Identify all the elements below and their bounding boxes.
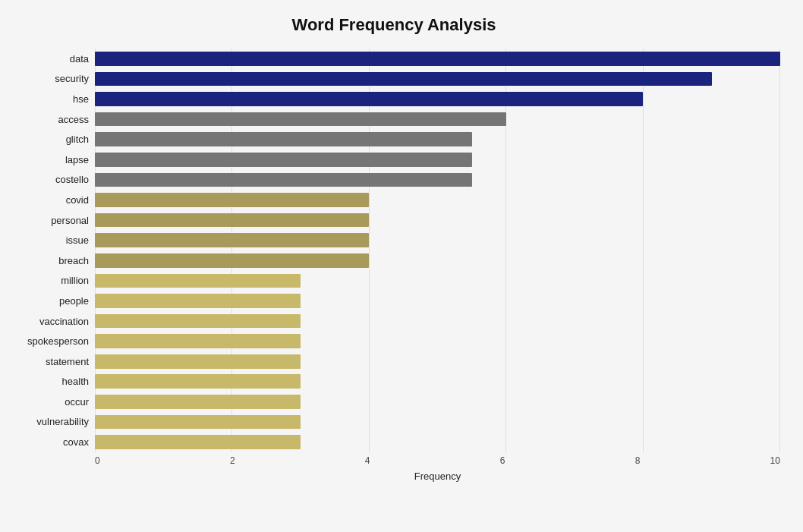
bar-row: vaccination — [8, 311, 780, 332]
bar-fill — [95, 112, 506, 127]
x-tick: 4 — [365, 455, 370, 466]
bar-row: statement — [8, 351, 780, 372]
bar-label: vaccination — [8, 316, 95, 327]
bar-fill — [95, 253, 369, 268]
bar-track — [95, 314, 780, 329]
x-tick: 8 — [635, 455, 641, 466]
chart-container: Word Frequency Analysis datasecurityhsea… — [0, 0, 803, 532]
bar-row: spokesperson — [8, 331, 780, 351]
bar-track — [95, 334, 780, 348]
bar-track — [95, 294, 780, 308]
bar-label: lapse — [8, 154, 95, 165]
bar-label: hse — [8, 93, 95, 105]
bar-row: data — [8, 49, 780, 69]
bar-row: vulnerability — [8, 412, 780, 433]
bar-label: costello — [8, 174, 95, 185]
bar-fill — [95, 435, 301, 449]
bar-fill — [95, 233, 369, 247]
bar-row: lapse — [8, 150, 780, 170]
bar-row: glitch — [8, 129, 780, 150]
bar-fill — [95, 92, 643, 106]
bar-row: covax — [8, 432, 780, 452]
x-tick: 2 — [230, 455, 235, 466]
bar-fill — [95, 72, 712, 87]
chart-title: Word Frequency Analysis — [8, 15, 780, 35]
bar-row: health — [8, 372, 780, 392]
bar-label: glitch — [8, 134, 95, 145]
bar-fill — [95, 415, 301, 430]
bar-fill — [95, 173, 472, 187]
bar-fill — [95, 395, 301, 409]
bar-fill — [95, 153, 472, 167]
bar-row: million — [8, 271, 780, 291]
bar-label: covid — [8, 194, 95, 206]
bar-row: occur — [8, 392, 780, 412]
bar-label: people — [8, 295, 95, 307]
bar-row: hse — [8, 89, 780, 109]
bar-track — [95, 52, 780, 66]
bar-row: costello — [8, 170, 780, 190]
bar-label: access — [8, 114, 95, 125]
bar-fill — [95, 132, 472, 146]
bar-track — [95, 72, 780, 87]
bar-label: issue — [8, 235, 95, 246]
bar-fill — [95, 213, 369, 228]
bar-track — [95, 274, 780, 288]
bar-track — [95, 435, 780, 449]
bar-track — [95, 415, 780, 430]
bar-row: security — [8, 69, 780, 90]
x-axis-label: Frequency — [8, 471, 780, 482]
bar-fill — [95, 314, 301, 329]
bar-label: health — [8, 376, 95, 387]
bar-track — [95, 132, 780, 146]
bar-label: million — [8, 275, 95, 286]
bar-track — [95, 153, 780, 167]
bar-track — [95, 193, 780, 207]
bar-fill — [95, 193, 369, 207]
x-tick: 6 — [500, 455, 505, 466]
bar-fill — [95, 274, 301, 288]
bar-track — [95, 233, 780, 247]
bar-track — [95, 354, 780, 369]
bar-label: occur — [8, 396, 95, 408]
bar-row: covid — [8, 190, 780, 210]
chart-plot: datasecurityhseaccessglitchlapsecostello… — [8, 49, 780, 452]
bar-row: issue — [8, 230, 780, 250]
bar-row: personal — [8, 210, 780, 231]
bar-label: personal — [8, 215, 95, 226]
bar-label: data — [8, 53, 95, 65]
bar-fill — [95, 52, 780, 66]
bar-track — [95, 173, 780, 187]
bar-label: breach — [8, 255, 95, 266]
bar-label: spokesperson — [8, 335, 95, 347]
bar-track — [95, 92, 780, 106]
bar-label: security — [8, 73, 95, 84]
bar-track — [95, 374, 780, 389]
x-axis-ticks: 0246810 — [95, 455, 780, 466]
bar-label: statement — [8, 356, 95, 367]
bar-label: vulnerability — [8, 416, 95, 427]
bar-fill — [95, 334, 301, 348]
x-tick: 0 — [95, 455, 100, 466]
bar-row: breach — [8, 250, 780, 271]
x-axis-area: 0246810 — [8, 455, 780, 466]
x-tick: 10 — [770, 455, 780, 466]
bar-track — [95, 213, 780, 228]
bar-row: people — [8, 291, 780, 311]
bar-row: access — [8, 109, 780, 130]
bar-fill — [95, 294, 301, 308]
bar-fill — [95, 374, 301, 389]
bar-track — [95, 395, 780, 409]
bar-track — [95, 112, 780, 127]
bar-fill — [95, 354, 301, 369]
bar-track — [95, 253, 780, 268]
bar-label: covax — [8, 436, 95, 448]
